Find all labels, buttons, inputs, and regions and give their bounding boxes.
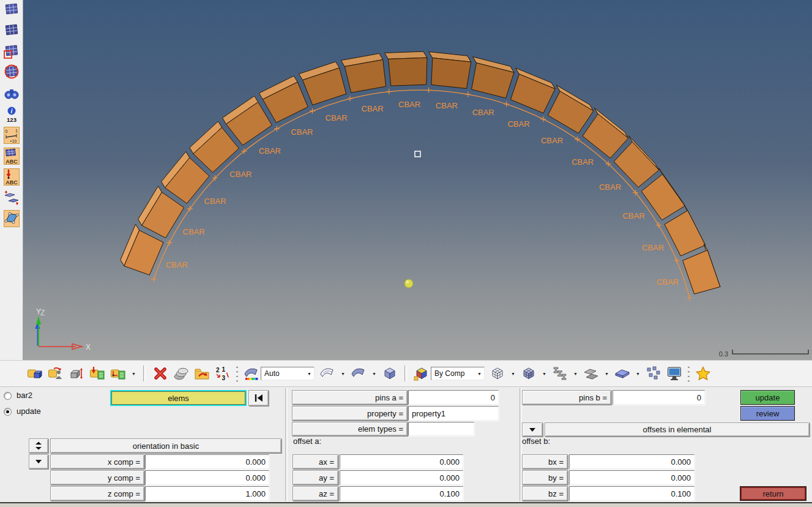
elem-types-input[interactable] [408, 422, 474, 436]
solid-block-icon[interactable] [27, 366, 43, 381]
pins-b-button[interactable]: pins b = [522, 390, 611, 405]
shading-mode-combo-value[interactable]: Auto▼ [261, 367, 315, 380]
wireframe-geometry-icon[interactable] [319, 366, 335, 381]
element-color-mode-combo-value[interactable]: By Comp▼ [431, 367, 485, 380]
ax-button[interactable]: ax = [292, 454, 338, 469]
by-comp-cube-icon[interactable] [414, 366, 430, 381]
dropdown-caret-icon[interactable]: ▼ [371, 372, 377, 376]
shaded-mesh-icon[interactable] [3, 22, 20, 40]
delete-icon[interactable] [152, 366, 168, 381]
cbar-element[interactable] [389, 58, 427, 86]
property-button[interactable]: property = [292, 406, 408, 421]
card-edit-icon[interactable] [194, 366, 210, 381]
renumber-icon[interactable]: 213 [215, 366, 231, 381]
offsets-mode-switch[interactable] [522, 423, 543, 437]
shading-mode-combo[interactable]: Auto▼ [244, 366, 315, 381]
free-elements-icon[interactable] [646, 366, 661, 381]
offset-a-label: offset a: [293, 437, 321, 446]
mask-icon[interactable] [3, 43, 20, 61]
graphics-viewport[interactable]: CBARCBARCBARCBARCBARCBARCBARCBARCBARCBAR… [23, 0, 812, 360]
property-input[interactable]: property1 [408, 406, 499, 421]
axis-label-z: Z [40, 309, 45, 317]
offsets-mode-button[interactable]: offsets in elemental [545, 423, 810, 437]
import-list-icon[interactable] [89, 366, 105, 381]
bars-panel: bar2 update elems pins a = 0 property = … [0, 387, 812, 503]
window-bottom-strip [0, 503, 812, 507]
bx-button[interactable]: bx = [522, 454, 568, 469]
labels-icon[interactable]: ABC [3, 147, 20, 165]
ax-input[interactable]: 0.000 [340, 454, 463, 469]
performance-graphics-icon[interactable] [666, 366, 682, 381]
element-thickness-icon[interactable] [69, 366, 84, 381]
z-comp-button[interactable]: z comp = [50, 486, 144, 501]
update-button[interactable]: update [740, 390, 795, 405]
orientation-header-button[interactable]: orientation in basic [50, 438, 281, 453]
shaded-elements-icon[interactable] [521, 366, 537, 381]
label-arrow-icon[interactable]: ABC [3, 168, 20, 186]
radio-update[interactable] [4, 408, 12, 416]
dropdown-caret-icon[interactable]: ▼ [307, 372, 312, 376]
review-button[interactable]: review [740, 406, 795, 421]
svg-text:123: 123 [7, 116, 17, 123]
ay-button[interactable]: ay = [292, 470, 338, 485]
favorites-icon[interactable] [695, 366, 711, 381]
entity-state-icon[interactable] [48, 366, 64, 381]
section-cut-icon[interactable] [3, 209, 20, 227]
dropdown-caret-icon[interactable]: ▼ [542, 372, 547, 376]
dropdown-caret-icon[interactable]: ▼ [340, 372, 346, 376]
cbar-label: CBAR [259, 146, 281, 156]
bz-input[interactable]: 0.100 [569, 486, 695, 501]
reset-selection-button[interactable] [248, 390, 269, 406]
toolbar-drag-handle[interactable] [236, 365, 239, 382]
az-input[interactable]: 0.100 [340, 486, 463, 501]
orientation-toggle-switch[interactable] [29, 438, 48, 453]
y-comp-button[interactable]: y comp = [50, 470, 144, 485]
bz-button[interactable]: bz = [522, 486, 568, 501]
cbar-label: CBAR [507, 119, 529, 129]
reverse-normals-icon[interactable] [3, 189, 20, 206]
organize-icon[interactable] [173, 366, 189, 381]
wireframe-elements-icon[interactable] [490, 366, 505, 381]
pins-a-input[interactable]: 0 [408, 390, 499, 405]
shaded-geometry-icon[interactable] [351, 366, 367, 381]
wireframe-mesh-icon[interactable] [3, 1, 20, 19]
numbers-icon[interactable]: i123 [3, 105, 20, 123]
dropdown-caret-icon[interactable]: ▼ [604, 372, 609, 376]
2d-element-solid-icon[interactable] [614, 366, 630, 381]
shaded-surface-colorbar-icon[interactable] [244, 366, 259, 381]
bx-input[interactable]: 0.000 [569, 454, 695, 469]
x-comp-input[interactable]: 0.000 [145, 454, 269, 469]
element-color-mode-combo[interactable]: By Comp▼ [414, 366, 485, 381]
ay-input[interactable]: 0.000 [340, 470, 463, 485]
systems-list-icon[interactable] [110, 366, 126, 381]
by-input[interactable]: 0.000 [569, 470, 695, 485]
orientation-vector-switch[interactable] [29, 454, 48, 469]
radio-bar2[interactable] [4, 392, 12, 400]
dropdown-caret-icon[interactable]: ▼ [131, 372, 136, 376]
az-button[interactable]: az = [292, 486, 338, 501]
elem-types-button[interactable]: elem types = [292, 422, 408, 436]
toolbar-drag-handle[interactable] [687, 365, 690, 382]
measures-icon[interactable]: 01+10 [3, 126, 20, 144]
pins-a-button[interactable]: pins a = [292, 390, 408, 405]
shaded-solid-icon[interactable] [382, 366, 398, 381]
cbar-element[interactable] [431, 58, 471, 89]
find-icon[interactable] [3, 85, 20, 102]
cbar-label: CBAR [572, 157, 594, 167]
element-representation-icon[interactable] [552, 366, 568, 381]
node-ball[interactable] [404, 279, 413, 288]
dropdown-caret-icon[interactable]: ▼ [510, 372, 516, 376]
entity-selector-elems[interactable]: elems [110, 390, 247, 406]
dropdown-caret-icon[interactable]: ▼ [635, 372, 641, 376]
spherical-clip-icon[interactable] [3, 64, 20, 81]
y-comp-input[interactable]: 0.000 [145, 470, 269, 485]
by-button[interactable]: by = [522, 470, 568, 485]
pins-b-input[interactable]: 0 [613, 390, 705, 405]
dropdown-caret-icon[interactable]: ▼ [477, 372, 482, 376]
cbar-label: CBAR [599, 182, 621, 192]
z-comp-input[interactable]: 1.000 [145, 486, 269, 501]
2d-element-thin-icon[interactable] [583, 366, 599, 381]
x-comp-button[interactable]: x comp = [50, 454, 144, 469]
return-button[interactable]: return [740, 487, 806, 500]
dropdown-caret-icon[interactable]: ▼ [573, 372, 578, 376]
